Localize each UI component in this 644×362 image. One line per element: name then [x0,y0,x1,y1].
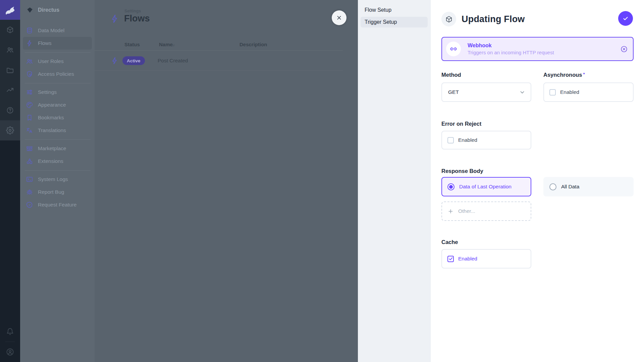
sidebar-item-extensions[interactable]: Extensions [23,155,92,168]
breadcrumb[interactable]: Settings [124,9,141,13]
category-icon [26,158,33,165]
bug-icon [26,188,33,196]
module-data-model[interactable] [0,20,20,40]
shield-check-icon [26,70,33,78]
directus-logo-button[interactable] [0,0,20,20]
chevron-down-icon [519,88,526,96]
sidebar-item-settings[interactable]: Settings [23,86,92,99]
sidebar-item-report-bug[interactable]: Report Bug [23,186,92,198]
response-body-other-input[interactable]: Other... [441,201,531,221]
module-user-directory[interactable] [0,40,20,60]
insights-icon [6,86,14,94]
trigger-card-title: Webhook [468,43,620,49]
trigger-card-subtitle: Triggers on an incoming HTTP request [468,50,620,55]
user-directory-icon [6,46,14,54]
plus-icon [447,208,454,215]
navigation-sidebar: Directus Data Model Flows User Rol [20,0,95,362]
directus-app: Directus Data Model Flows User Rol [0,0,644,362]
sidebar-item-flows[interactable]: Flows [23,37,92,50]
radio-icon [549,183,556,190]
sidebar-item-label: Report Bug [38,189,64,195]
sidebar-item-system-logs[interactable]: System Logs [23,173,92,186]
module-bar [0,0,20,362]
save-button[interactable] [618,11,633,26]
method-select[interactable]: GET [441,82,531,102]
notifications-button[interactable] [0,321,20,342]
bolt-icon [111,57,119,65]
checkbox-label: Enabled [458,256,477,262]
sort-icon[interactable] [171,43,175,48]
field-label-response-body: Response Body [441,168,483,174]
data-model-icon [6,26,14,34]
cache-checkbox[interactable]: Enabled [441,249,531,268]
people-icon [26,58,33,65]
sidebar-divider [25,52,91,53]
column-header-status[interactable]: Status [124,42,140,47]
drawer-nav: Flow Setup Trigger Setup [358,0,430,362]
checkbox-icon [447,137,454,143]
drawer-close-button[interactable] [332,10,346,25]
database-icon [26,27,33,34]
drawer-nav-flow-setup[interactable]: Flow Setup [361,5,428,15]
sidebar-item-user-roles[interactable]: User Roles [23,55,92,68]
terminal-icon [26,176,33,183]
module-insights[interactable] [0,80,20,100]
module-help[interactable] [0,100,20,120]
box-icon [441,12,456,26]
bookmark-icon [26,114,33,121]
project-header[interactable]: Directus [20,0,95,20]
sidebar-divider [25,83,91,83]
sidebar-item-bookmarks[interactable]: Bookmarks [23,111,92,124]
flows-page: Settings Flows Status Name Description A… [95,0,358,362]
sidebar-item-label: Extensions [38,158,63,164]
sidebar-item-label: Settings [38,89,57,95]
column-header-description[interactable]: Description [239,42,267,47]
sidebar-item-label: Access Policies [38,71,74,77]
sidebar-item-label: Data Model [38,27,64,34]
settings-navigation: Data Model Flows User Roles Access Pol [20,20,95,211]
sidebar-item-data-model[interactable]: Data Model [23,24,92,37]
sidebar-item-label: Marketplace [38,145,66,152]
radio-icon [447,183,454,190]
asynchronous-checkbox[interactable]: Enabled [543,82,634,102]
palette-icon [26,101,33,109]
row-name: Post Created [158,58,188,64]
storefront-icon [26,145,33,152]
sidebar-item-access-policies[interactable]: Access Policies [23,68,92,80]
new-releases-icon [26,201,33,208]
radio-label: All Data [561,184,579,190]
sidebar-divider [25,139,91,140]
column-header-name[interactable]: Name [159,42,173,47]
response-body-option-all-data[interactable]: All Data [543,177,634,196]
error-on-reject-checkbox[interactable]: Enabled [441,131,531,149]
drawer-nav-trigger-setup[interactable]: Trigger Setup [361,17,428,27]
sidebar-item-label: System Logs [38,176,68,182]
checkbox-icon [447,256,454,262]
method-select-value: GET [448,89,459,95]
trigger-type-card-webhook[interactable]: Webhook Triggers on an incoming HTTP req… [441,37,634,61]
file-library-icon [6,66,14,74]
module-file-library[interactable] [0,60,20,80]
remove-trigger-icon[interactable] [620,45,628,53]
module-bar-bottom [0,321,20,362]
response-body-option-last-operation[interactable]: Data of Last Operation [441,177,531,196]
checkbox-label: Enabled [560,89,579,95]
link-icon [446,42,461,56]
sidebar-item-translations[interactable]: Translations [23,124,92,137]
required-asterisk: * [583,72,585,77]
sidebar-item-appearance[interactable]: Appearance [23,99,92,111]
user-avatar-icon [6,348,14,356]
status-badge: Active [122,56,145,65]
sidebar-item-label: Bookmarks [38,115,64,121]
table-row[interactable]: Active Post Created [95,51,343,71]
bolt-icon [26,40,33,47]
translate-icon [26,127,33,134]
sidebar-item-marketplace[interactable]: Marketplace [23,142,92,155]
sidebar-divider [25,170,91,171]
user-menu-button[interactable] [0,342,20,362]
sidebar-item-request-feature[interactable]: Request Feature [23,198,92,211]
radio-label: Data of Last Operation [459,184,512,190]
sidebar-item-label: Translations [38,127,66,133]
module-settings[interactable] [0,120,20,140]
module-list [0,20,20,140]
